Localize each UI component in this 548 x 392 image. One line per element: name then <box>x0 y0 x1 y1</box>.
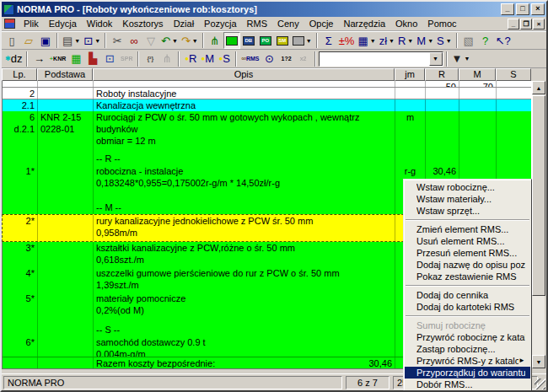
column-header-jm[interactable]: jm <box>395 68 425 81</box>
positions-grid-button[interactable]: ▦ <box>67 51 84 67</box>
percent-button[interactable]: ±% <box>337 32 357 49</box>
context-menu-item-7[interactable]: Dodaj nazwę do opisu pozycji <box>405 259 530 271</box>
table-row-dept-2-1[interactable]: 2.1 Kanalizacja wewnętrzna <box>3 99 531 111</box>
table-row-position-6[interactable]: 6 d.2.1 KNR 2-15 0228-01 Rurociągi z PCW… <box>3 111 531 150</box>
menubar-item-rms[interactable]: RMS <box>242 18 272 30</box>
minimize-button[interactable]: _ <box>501 3 514 15</box>
table-grid-button[interactable]: ▦▼ <box>356 32 377 49</box>
insert-position-button[interactable]: → <box>30 51 47 67</box>
column-header-lp[interactable]: Lp. <box>2 68 37 81</box>
context-help-button[interactable]: ↖? <box>494 32 513 49</box>
context-menu-item-2[interactable]: Wstaw sprzęt... <box>405 205 530 217</box>
view-po-button[interactable]: PO <box>257 32 274 49</box>
help-button[interactable]: ? <box>477 32 494 49</box>
dropdown-arrow-icon[interactable]: ▼ <box>446 38 452 44</box>
context-menu-item-11[interactable]: Dodaj do kartoteki RMS <box>405 301 530 313</box>
filter-funnel-button[interactable]: ▼▼ <box>450 51 472 67</box>
menubar-item-widok[interactable]: Widok <box>82 18 118 30</box>
dropdown-arrow-icon[interactable]: ▼ <box>389 38 395 44</box>
document-icon[interactable] <box>4 19 15 29</box>
menubar-item-kosztorys[interactable]: Kosztorys <box>117 18 168 30</box>
maximize-button[interactable]: □ <box>516 3 529 15</box>
m-view-button[interactable]: M▼ <box>415 32 435 49</box>
column-header-m[interactable]: M <box>459 68 496 81</box>
price-variants-button[interactable]: 1?2 <box>278 51 295 67</box>
table-row-dept-2[interactable]: 2 Roboty instalacyjne <box>3 88 531 99</box>
context-menu-item-6[interactable]: Przesuń element RMS... <box>405 247 530 259</box>
rms-filter-combo[interactable]: ▼ <box>319 51 443 67</box>
menubar-item-opcje[interactable]: Opcje <box>304 18 339 30</box>
tree-view-button[interactable]: ⋔ <box>207 32 223 49</box>
column-header-r[interactable]: R <box>425 68 459 81</box>
screen-person-button[interactable]: ⊡ <box>101 51 118 67</box>
insert-dzial-button[interactable]: ✱dz <box>3 51 24 67</box>
print-button[interactable]: ▤▼ <box>61 32 82 49</box>
column-header-opis[interactable]: Opis <box>93 68 395 81</box>
highlight-m-button[interactable]: ●M <box>199 51 216 67</box>
redo-button[interactable]: ↷▼ <box>180 32 200 49</box>
dropdown-arrow-icon[interactable]: ▼ <box>192 38 198 44</box>
dropdown-arrow-icon[interactable]: ▼ <box>94 38 100 44</box>
column-header-s[interactable]: S <box>496 68 531 81</box>
find-rms-button[interactable]: ∞RMS <box>239 51 261 67</box>
new-file-button[interactable]: ▯ <box>3 32 20 49</box>
child-restore-button[interactable]: ❐ <box>520 19 532 30</box>
r-view-button[interactable]: R▼ <box>396 32 415 49</box>
menubar-item-pomoc[interactable]: Pomoc <box>422 18 461 30</box>
open-file-button[interactable]: ▱ <box>20 32 37 49</box>
dropdown-arrow-icon[interactable]: ▼ <box>427 38 433 44</box>
search-rms-button[interactable]: ⊙ <box>261 51 278 67</box>
resize-grip[interactable] <box>535 379 545 389</box>
scrollbar-thumb[interactable] <box>532 95 545 296</box>
dropdown-arrow-icon[interactable]: ▼ <box>370 38 376 44</box>
menubar-item-edycja[interactable]: Edycja <box>44 18 82 30</box>
find-binoculars-button[interactable]: ∞ <box>126 32 142 49</box>
dropdown-arrow-icon[interactable]: ▼ <box>464 56 470 62</box>
print-preview-button[interactable]: ⊡▼ <box>82 32 102 49</box>
child-close-button[interactable]: × <box>533 19 545 30</box>
zloty-button[interactable]: zł▼ <box>378 32 396 49</box>
sum-sigma-button[interactable]: Σ <box>320 32 337 49</box>
menubar-item-okno[interactable]: Okno <box>390 18 422 30</box>
combo-dropdown-icon[interactable]: ▼ <box>429 52 443 66</box>
transport-truck-button[interactable]: ▙ <box>84 51 101 67</box>
merge-position-button[interactable]: {²} <box>142 51 158 67</box>
highlight-s-button[interactable]: ●S <box>216 51 233 67</box>
context-menu-item-4[interactable]: Zmień element RMS... <box>405 223 530 235</box>
menubar-item-narzędzia[interactable]: Narzędzia <box>339 18 391 30</box>
dropdown-arrow-icon[interactable]: ▼ <box>306 38 312 44</box>
catalog-book-button[interactable]: ▧ <box>460 32 477 49</box>
child-minimize-button[interactable]: _ <box>508 19 519 30</box>
menubar-item-ceny[interactable]: Ceny <box>272 18 304 30</box>
menubar-item-plik[interactable]: Plik <box>19 18 44 30</box>
dropdown-arrow-icon[interactable]: ▼ <box>172 38 178 44</box>
view-other-button[interactable]: ▼ <box>291 32 314 49</box>
view-sm-button[interactable]: SM <box>274 32 291 49</box>
cut-button[interactable]: ✂ <box>109 32 126 49</box>
undo-button[interactable]: ↶▼ <box>159 32 180 49</box>
vertical-scrollbar[interactable]: ▲ ▼ <box>531 81 545 368</box>
column-header-podstawa[interactable]: Podstawa <box>37 68 93 81</box>
scroll-up-button[interactable]: ▲ <box>532 81 545 94</box>
context-menu-item-1[interactable]: Wstaw materiały... <box>405 193 530 205</box>
s-view-button[interactable]: S▼ <box>435 32 454 49</box>
insert-knr-button[interactable]: +KNR <box>47 51 67 67</box>
dropdown-arrow-icon[interactable]: ▼ <box>74 38 80 44</box>
save-button[interactable]: ▣ <box>37 32 54 49</box>
context-menu-item-5[interactable]: Usuń element RMS... <box>405 235 530 247</box>
context-menu-item-14[interactable]: Przywróć robociznę z katalogu <box>405 331 530 343</box>
highlight-r-button[interactable]: ●R <box>182 51 199 67</box>
context-menu-item-0[interactable]: Wstaw robociznę... <box>405 181 530 193</box>
table-row-label-r[interactable]: -- R -- <box>3 150 531 165</box>
context-menu-item-16[interactable]: Przywróć RMS-y z katalogu► <box>405 355 530 367</box>
menubar-item-pozycja[interactable]: Pozycja <box>199 18 242 30</box>
context-menu-item-17[interactable]: Przyporządkuj do wariantu... <box>405 367 530 379</box>
view-kosztorys-button[interactable] <box>223 32 240 49</box>
scroll-down-button[interactable]: ▼ <box>532 355 545 368</box>
context-menu-item-10[interactable]: Dodaj do cennika <box>405 289 530 301</box>
close-button[interactable]: × <box>531 3 545 15</box>
view-db-button[interactable]: DB <box>240 32 257 49</box>
filter-button[interactable]: ▽ <box>142 32 159 49</box>
table-row-clipped[interactable]: 50 70 <box>3 81 531 88</box>
dropdown-arrow-icon[interactable]: ▼ <box>407 38 413 44</box>
